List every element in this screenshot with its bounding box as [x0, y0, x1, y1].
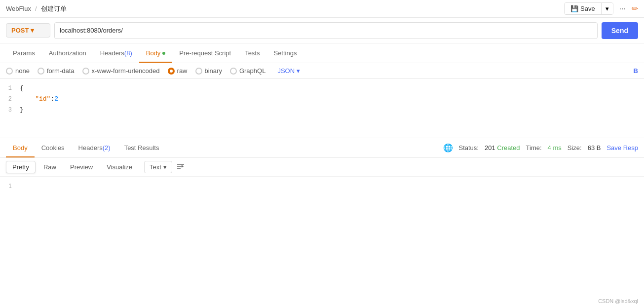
more-options-button[interactable]: ··· — [617, 2, 628, 15]
code-line-3: 3 } — [0, 105, 644, 115]
request-body-editor[interactable]: 1 { 2 "id":2 3 } — [0, 79, 644, 138]
save-icon: 💾 — [570, 5, 578, 12]
response-body-area: 1 — [0, 177, 644, 256]
format-preview-button[interactable]: Preview — [64, 161, 99, 173]
url-bar: POST ▾ Send — [0, 18, 644, 43]
breadcrumb: WebFlux / 创建订单 — [6, 4, 67, 13]
breadcrumb-slash: / — [35, 5, 37, 12]
save-response-button[interactable]: Save Resp — [606, 144, 638, 152]
radio-binary — [195, 68, 202, 75]
body-active-dot — [162, 52, 165, 55]
tab-authorization[interactable]: Authorization — [42, 44, 93, 63]
method-label: POST — [11, 27, 29, 34]
page-title: 创建订单 — [41, 4, 67, 13]
edit-button[interactable]: ✏ — [632, 4, 638, 13]
code-line-1: 1 { — [0, 83, 644, 94]
radio-none — [6, 68, 13, 75]
save-label: Save — [580, 5, 595, 12]
response-status-info: 🌐 Status: 201 Created Time: 4 ms Size: 6… — [443, 143, 639, 153]
body-options-bar: none form-data x-www-form-urlencoded raw… — [0, 63, 644, 79]
option-raw[interactable]: raw — [168, 67, 188, 75]
json-label: JSON — [277, 67, 295, 75]
url-input[interactable] — [54, 22, 598, 39]
resp-line-1: 1 — [0, 181, 644, 191]
response-tabs-bar: Body Cookies Headers(2) Test Results 🌐 S… — [0, 138, 644, 158]
tab-params[interactable]: Params — [6, 44, 42, 63]
resp-tab-headers[interactable]: Headers(2) — [72, 139, 117, 157]
request-tabs-bar: Params Authorization Headers(8) Body Pre… — [0, 43, 644, 63]
text-format-label: Text — [150, 163, 161, 171]
save-dropdown-arrow[interactable]: ▾ — [601, 3, 613, 14]
radio-urlencoded — [82, 68, 89, 75]
header-actions: 💾 Save ▾ ··· ✏ — [564, 2, 638, 15]
option-none[interactable]: none — [6, 67, 30, 75]
method-chevron-icon: ▾ — [31, 27, 34, 34]
resp-tab-cookies[interactable]: Cookies — [35, 139, 72, 157]
tab-settings[interactable]: Settings — [266, 44, 303, 63]
text-dropdown-chevron-icon: ▾ — [163, 163, 167, 171]
tab-headers[interactable]: Headers(8) — [93, 44, 139, 63]
save-button[interactable]: 💾 Save — [565, 3, 601, 14]
chevron-down-icon: ▾ — [606, 5, 609, 12]
option-urlencoded[interactable]: x-www-form-urlencoded — [82, 67, 160, 75]
save-btn-group: 💾 Save ▾ — [564, 2, 613, 15]
tab-tests[interactable]: Tests — [238, 44, 266, 63]
text-format-dropdown[interactable]: Text ▾ — [144, 161, 172, 173]
globe-icon: 🌐 — [443, 143, 453, 153]
send-button[interactable]: Send — [602, 22, 638, 39]
footer-credit: CSDN @lsd&xql — [592, 296, 644, 306]
wrap-icon[interactable] — [176, 162, 185, 173]
radio-form-data — [38, 68, 44, 75]
option-form-data[interactable]: form-data — [38, 67, 75, 75]
json-type-dropdown[interactable]: JSON ▾ — [277, 67, 300, 75]
method-dropdown[interactable]: POST ▾ — [6, 23, 50, 38]
format-pretty-button[interactable]: Pretty — [6, 161, 36, 173]
resp-tab-test-results[interactable]: Test Results — [117, 139, 166, 157]
b-badge: B — [634, 67, 638, 75]
code-line-2: 2 "id":2 — [0, 94, 644, 105]
app-name: WebFlux — [6, 5, 31, 12]
option-binary[interactable]: binary — [195, 67, 222, 75]
format-raw-button[interactable]: Raw — [38, 161, 62, 173]
response-format-bar: Pretty Raw Preview Visualize Text ▾ — [0, 158, 644, 177]
option-graphql[interactable]: GraphQL — [230, 67, 265, 75]
resp-tab-body[interactable]: Body — [6, 139, 35, 157]
json-chevron-icon: ▾ — [297, 67, 300, 75]
radio-graphql — [230, 68, 237, 75]
format-visualize-button[interactable]: Visualize — [101, 161, 138, 173]
radio-raw — [168, 68, 175, 75]
tab-body[interactable]: Body — [139, 44, 173, 63]
tab-pre-request[interactable]: Pre-request Script — [172, 44, 238, 63]
header-bar: WebFlux / 创建订单 💾 Save ▾ ··· ✏ — [0, 0, 644, 18]
response-section: Body Cookies Headers(2) Test Results 🌐 S… — [0, 138, 644, 256]
